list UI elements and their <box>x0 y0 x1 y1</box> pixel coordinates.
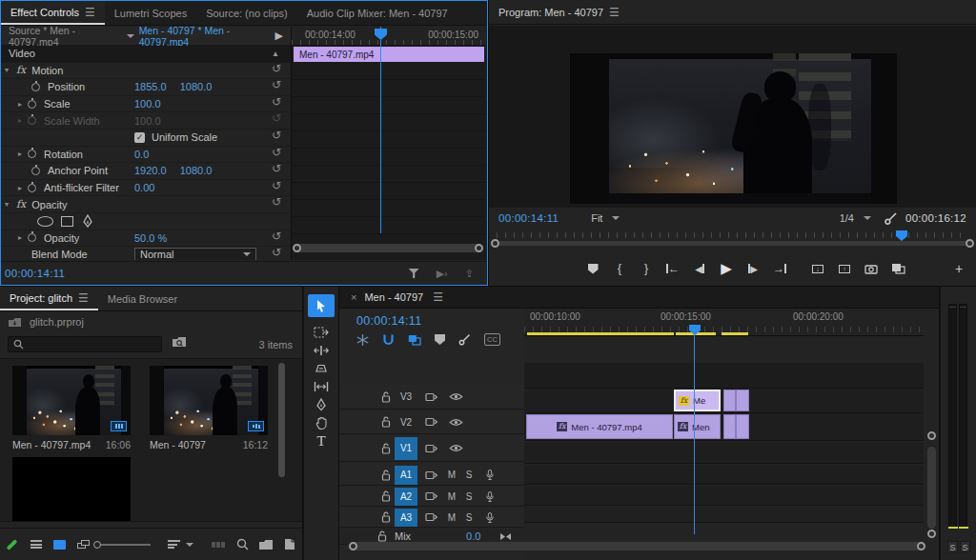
type-tool[interactable]: T <box>308 430 335 452</box>
scrollbar-end[interactable] <box>927 530 936 538</box>
solo-button[interactable]: S <box>960 541 970 552</box>
track-header-a2[interactable]: A2 M S <box>339 487 524 507</box>
mark-out-button[interactable]: } <box>633 262 660 275</box>
panel-menu-icon[interactable]: ☰ <box>433 290 443 304</box>
scrollbar-end[interactable] <box>475 244 483 252</box>
scale-row[interactable]: ▸ Scale 100.0 ↺ <box>1 96 291 113</box>
lock-icon[interactable] <box>381 391 391 403</box>
track-header-v3[interactable]: V3 <box>339 385 524 410</box>
add-marker-icon[interactable] <box>435 334 445 345</box>
eye-icon[interactable] <box>449 444 463 452</box>
scrollbar-end[interactable] <box>349 542 357 550</box>
lane-v2[interactable]: fx Me <box>524 389 924 413</box>
tab-lumetri-scopes[interactable]: Lumetri Scopes <box>105 1 196 25</box>
pan-icon[interactable] <box>499 532 512 541</box>
solo-button[interactable]: S <box>460 470 478 480</box>
mix-value[interactable]: 0.0 <box>466 530 480 542</box>
find-icon[interactable] <box>231 538 254 550</box>
antiflicker-value[interactable]: 0.00 <box>134 182 154 193</box>
comparison-view-button[interactable] <box>884 263 911 274</box>
timeline-timecode[interactable]: 00:00:14:11 <box>356 314 421 328</box>
solo-button[interactable]: S <box>460 491 478 502</box>
reset-icon[interactable]: ↺ <box>272 97 281 107</box>
stopwatch-icon[interactable] <box>31 167 40 175</box>
eye-icon[interactable] <box>449 418 463 427</box>
program-playhead[interactable] <box>896 230 907 241</box>
track-header-a3[interactable]: A3 M S <box>339 508 524 528</box>
reset-icon[interactable]: ↺ <box>272 130 281 140</box>
track-header-v2[interactable]: V2 <box>339 410 524 434</box>
mic-icon[interactable] <box>485 511 495 524</box>
scrubber-end[interactable] <box>491 239 499 248</box>
panel-menu-icon[interactable]: ☰ <box>78 291 89 305</box>
video-section-row[interactable]: Video ▲ <box>1 46 291 63</box>
reset-icon[interactable]: ↺ <box>272 148 281 157</box>
lock-icon[interactable] <box>381 470 391 481</box>
panel-menu-icon[interactable]: ☰ <box>85 6 95 19</box>
project-scrollbar[interactable] <box>278 363 285 477</box>
tab-audio-clip-mixer[interactable]: Audio Clip Mixer: Men - 40797 <box>297 1 458 25</box>
track-name[interactable]: A3 <box>395 509 417 527</box>
timeline-vertical-scrollbar[interactable] <box>927 447 936 529</box>
track-name[interactable]: V2 <box>395 410 417 433</box>
tab-effect-controls[interactable]: Effect Controls ☰ <box>1 1 105 25</box>
ec-clip-bar[interactable]: Men - 40797.mp4 <box>294 47 484 62</box>
clip-v1-small[interactable]: fx Men <box>674 414 721 439</box>
program-scrubber[interactable] <box>489 230 976 250</box>
new-item-icon[interactable] <box>278 538 302 550</box>
antiflicker-row[interactable]: ▸ Anti-flicker Filter 0.00 ↺ <box>1 180 291 197</box>
twirl-icon[interactable]: ▸ <box>18 150 22 158</box>
sequence-tab-label[interactable]: Men - 40797 <box>364 291 423 303</box>
twirl-icon[interactable]: ▸ <box>18 100 22 109</box>
reset-icon[interactable]: ↺ <box>272 181 281 190</box>
stopwatch-icon[interactable] <box>28 150 36 158</box>
clip-v1-main[interactable]: fx Men - 40797.mp4 <box>526 414 673 439</box>
position-row[interactable]: Position 1855.0 1080.0 ↺ <box>1 79 291 96</box>
lock-icon[interactable] <box>377 530 387 542</box>
pen-mask-icon[interactable] <box>81 214 94 228</box>
clip-fragment[interactable] <box>723 414 736 439</box>
scrollbar-end[interactable] <box>293 244 301 252</box>
zoom-slider[interactable] <box>91 541 154 549</box>
search-bins-icon[interactable] <box>172 336 187 349</box>
project-item-thumbnail[interactable] <box>12 457 131 522</box>
rect-mask-icon[interactable] <box>61 216 73 227</box>
mute-button[interactable]: M <box>443 491 460 502</box>
project-breadcrumb[interactable]: glitch.prproj <box>8 316 84 328</box>
goto-out-button[interactable]: → <box>766 262 793 275</box>
motion-effect-row[interactable]: ▾ fx Motion ↺ <box>1 63 291 80</box>
mark-in-button[interactable]: { <box>606 262 633 275</box>
blend-mode-row[interactable]: Blend Mode Normal ↺ <box>1 247 291 260</box>
export-frame-button[interactable] <box>858 264 884 274</box>
scrollbar-end[interactable] <box>927 431 936 440</box>
track-name[interactable]: V3 <box>395 385 417 409</box>
icon-view-icon[interactable] <box>48 540 71 550</box>
lane-v1[interactable]: fx Men - 40797.mp4 fx Men <box>524 413 924 441</box>
reset-icon[interactable]: ↺ <box>272 197 281 207</box>
scrubber-track[interactable] <box>498 241 966 246</box>
automate-sequence-icon[interactable] <box>207 540 231 550</box>
reset-icon[interactable]: ↺ <box>272 164 281 173</box>
scrollbar-end[interactable] <box>917 542 925 550</box>
opacity-row[interactable]: ▸ Opacity 50.0 % ↺ <box>1 230 291 248</box>
ec-timecode[interactable]: 00:00:14:11 <box>1 268 65 279</box>
filter-icon[interactable] <box>409 269 419 278</box>
lift-button[interactable]: ↓ <box>804 265 831 273</box>
lock-icon[interactable] <box>381 511 391 523</box>
captions-icon[interactable]: CC <box>484 333 500 346</box>
ellipse-mask-icon[interactable] <box>37 216 53 227</box>
sync-lock-icon[interactable] <box>425 417 437 427</box>
lane-a2[interactable] <box>524 465 924 485</box>
tab-media-browser[interactable]: Media Browser <box>98 287 187 310</box>
uniform-scale-checkbox[interactable]: ✓ <box>134 132 145 143</box>
lane-v3[interactable] <box>524 363 924 389</box>
scale-value[interactable]: 100.0 <box>134 98 161 110</box>
anchor-y-value[interactable]: 1080.0 <box>180 165 213 176</box>
track-name[interactable]: V1 <box>395 437 417 460</box>
twirl-icon[interactable]: ▸ <box>18 233 22 242</box>
lane-a3[interactable] <box>524 486 924 506</box>
solo-button[interactable]: S <box>947 541 958 552</box>
project-item-thumbnail[interactable] <box>12 366 131 435</box>
track-header-a1[interactable]: A1 M S <box>339 465 524 486</box>
step-back-button[interactable]: ◀ <box>686 264 713 274</box>
